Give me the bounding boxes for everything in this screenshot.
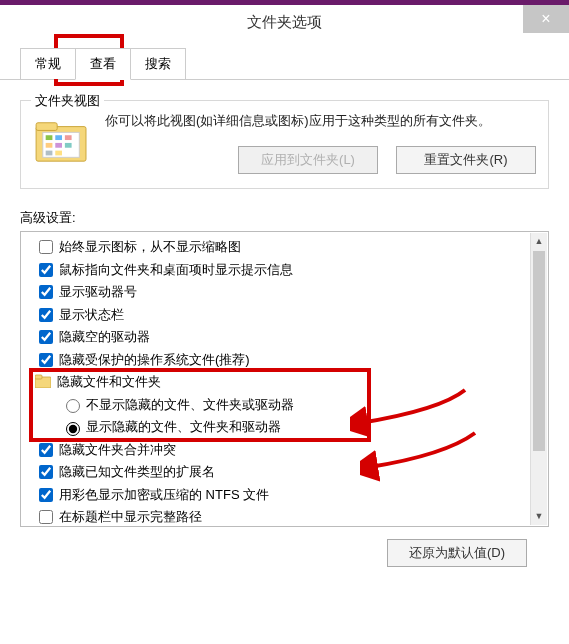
scrollbar[interactable]: ▲ ▼ (530, 233, 547, 525)
svg-rect-12 (35, 375, 42, 379)
setting-label: 隐藏已知文件类型的扩展名 (59, 463, 215, 481)
setting-row-4[interactable]: 隐藏空的驱动器 (27, 326, 542, 349)
title-bar: 文件夹选项 × (0, 0, 569, 40)
setting-label: 在标题栏中显示完整路径 (59, 508, 202, 526)
setting-row-12[interactable]: 在标题栏中显示完整路径 (27, 506, 542, 527)
checkbox[interactable] (39, 443, 53, 457)
setting-row-3[interactable]: 显示状态栏 (27, 303, 542, 326)
setting-label: 不显示隐藏的文件、文件夹或驱动器 (86, 396, 294, 414)
checkbox[interactable] (39, 308, 53, 322)
scroll-up-icon[interactable]: ▲ (531, 233, 547, 250)
svg-rect-6 (46, 143, 53, 148)
checkbox[interactable] (39, 465, 53, 479)
setting-row-11[interactable]: 用彩色显示加密或压缩的 NTFS 文件 (27, 483, 542, 506)
setting-label: 鼠标指向文件夹和桌面项时显示提示信息 (59, 261, 293, 279)
setting-label: 隐藏受保护的操作系统文件(推荐) (59, 351, 250, 369)
setting-label: 显示状态栏 (59, 306, 124, 324)
svg-rect-8 (65, 143, 72, 148)
tabs: 常规 查看 搜索 (0, 48, 569, 80)
tab-view[interactable]: 查看 (75, 48, 131, 80)
window-title: 文件夹选项 (247, 13, 322, 32)
close-button[interactable]: × (523, 5, 569, 33)
close-icon: × (541, 10, 550, 28)
tab-search[interactable]: 搜索 (130, 48, 186, 79)
setting-row-9[interactable]: 隐藏文件夹合并冲突 (27, 438, 542, 461)
footer: 还原为默认值(D) (20, 527, 549, 567)
setting-row-2[interactable]: 显示驱动器号 (27, 281, 542, 304)
svg-rect-7 (55, 143, 62, 148)
group-title: 文件夹视图 (31, 92, 104, 110)
radio[interactable] (66, 399, 80, 413)
folder-view-description: 你可以将此视图(如详细信息或图标)应用于这种类型的所有文件夹。 (105, 111, 536, 132)
setting-label: 显示驱动器号 (59, 283, 137, 301)
radio[interactable] (66, 422, 80, 436)
setting-label: 始终显示图标，从不显示缩略图 (59, 238, 241, 256)
svg-rect-9 (46, 151, 53, 156)
checkbox[interactable] (39, 353, 53, 367)
checkbox[interactable] (39, 330, 53, 344)
scroll-down-icon[interactable]: ▼ (531, 508, 547, 525)
folder-icon (35, 374, 57, 391)
svg-rect-3 (46, 135, 53, 140)
setting-row-10[interactable]: 隐藏已知文件类型的扩展名 (27, 461, 542, 484)
tab-general[interactable]: 常规 (20, 48, 76, 79)
setting-label: 隐藏文件和文件夹 (57, 373, 161, 391)
svg-rect-5 (65, 135, 72, 140)
setting-label: 隐藏文件夹合并冲突 (59, 441, 176, 459)
folder-icon (33, 117, 91, 165)
apply-to-folders-button[interactable]: 应用到文件夹(L) (238, 146, 378, 174)
advanced-settings-label: 高级设置: (20, 209, 549, 227)
setting-row-0[interactable]: 始终显示图标，从不显示缩略图 (27, 236, 542, 259)
setting-row-1[interactable]: 鼠标指向文件夹和桌面项时显示提示信息 (27, 258, 542, 281)
checkbox[interactable] (39, 285, 53, 299)
svg-rect-1 (36, 123, 57, 131)
setting-row-8[interactable]: 显示隐藏的文件、文件夹和驱动器 (27, 416, 542, 439)
reset-folders-button[interactable]: 重置文件夹(R) (396, 146, 536, 174)
scroll-thumb[interactable] (533, 251, 545, 451)
checkbox[interactable] (39, 510, 53, 524)
checkbox[interactable] (39, 263, 53, 277)
setting-label: 隐藏空的驱动器 (59, 328, 150, 346)
content-area: 文件夹视图 你可以将此视图(如详细信息或图标)应用于这种类型的所有文件夹。 应用… (0, 80, 569, 579)
setting-row-7[interactable]: 不显示隐藏的文件、文件夹或驱动器 (27, 393, 542, 416)
setting-row-6[interactable]: 隐藏文件和文件夹 (27, 371, 542, 394)
restore-defaults-button[interactable]: 还原为默认值(D) (387, 539, 527, 567)
checkbox[interactable] (39, 488, 53, 502)
checkbox[interactable] (39, 240, 53, 254)
setting-label: 显示隐藏的文件、文件夹和驱动器 (86, 418, 281, 436)
svg-rect-10 (55, 151, 62, 156)
svg-rect-4 (55, 135, 62, 140)
folder-view-group: 文件夹视图 你可以将此视图(如详细信息或图标)应用于这种类型的所有文件夹。 应用… (20, 100, 549, 189)
advanced-settings-list[interactable]: 始终显示图标，从不显示缩略图鼠标指向文件夹和桌面项时显示提示信息显示驱动器号显示… (20, 231, 549, 527)
setting-row-5[interactable]: 隐藏受保护的操作系统文件(推荐) (27, 348, 542, 371)
setting-label: 用彩色显示加密或压缩的 NTFS 文件 (59, 486, 269, 504)
